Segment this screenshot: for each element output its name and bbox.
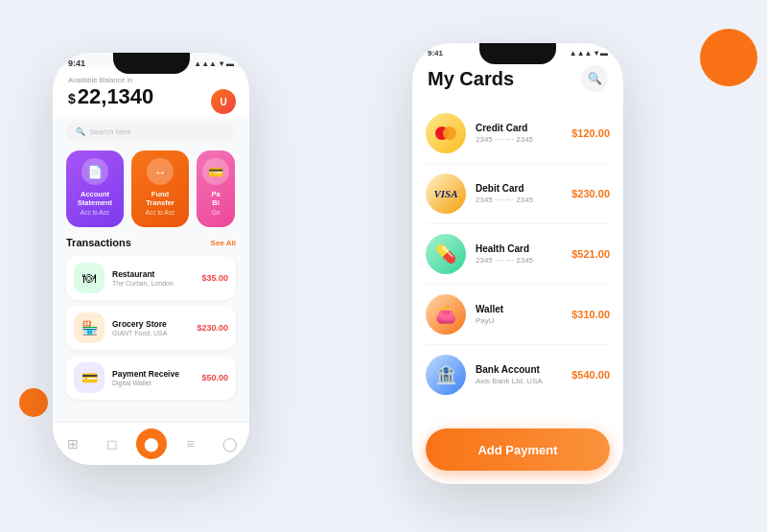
card-item-bank[interactable]: 🏦 Bank Account Axis Bank Ltd, USA $540.0… [426,345,610,405]
see-all-link[interactable]: See All [211,239,236,247]
wallet-icon: 👛 [435,304,456,325]
fund-transfer-icon: ↔ [147,158,174,185]
credit-card-number: 2345 ···· ···· 2345 [476,135,562,144]
payment-receive-sub: Digital Wallet [112,380,194,386]
nav-home[interactable]: ⊞ [58,428,88,459]
search-icon-right: 🔍 [588,72,602,85]
bank-number: Axis Bank Ltd, USA [476,377,562,385]
bank-name: Bank Account [476,364,562,375]
grocery-info: Grocery Store GIANT Food, USA [112,319,189,336]
grocery-amount: $230.00 [197,323,228,333]
health-card-info: Health Card 2345 ···· ···· 2345 [476,243,562,265]
bank-amount: $540.00 [571,369,610,381]
debit-card-name: Debit Card [476,183,562,194]
card-item-credit[interactable]: Credit Card 2345 ···· ···· 2345 $120.00 [426,104,610,164]
debit-card-amount: $230.00 [571,188,610,199]
health-card-amount: $521.00 [571,248,610,260]
status-time-right: 9:41 [428,49,443,58]
search-icon: 🔍 [76,127,85,136]
wifi-icon-right: ▾ [594,49,598,58]
transaction-grocery[interactable]: 🏪 Grocery Store GIANT Food, USA $230.00 [66,306,236,350]
action-account-statement[interactable]: 📄 Account Statement Acc to Acc [66,150,124,227]
wallet-name: Wallet [476,304,562,314]
transactions-header: Transactions See All [66,237,236,248]
battery-icon: ▬ [226,59,234,68]
bank-icon: 🏦 [435,364,456,385]
card-item-health[interactable]: 💊 Health Card 2345 ···· ···· 2345 $521.0… [426,224,610,285]
transactions-section: Transactions See All 🍽 Restaurant The Cu… [53,227,249,400]
health-card-number: 2345 ···· ···· 2345 [476,256,562,265]
cards-search-button[interactable]: 🔍 [581,65,608,92]
signal-icon: ▲▲▲ [194,59,217,68]
nav-dashboard[interactable]: ⬤ [136,428,167,459]
bank-logo: 🏦 [426,355,466,395]
phone-notch-right [479,43,556,64]
signal-icon-right: ▲▲▲ [569,49,593,58]
credit-card-name: Credit Card [476,123,562,133]
fund-transfer-sub: Acc to Acc [146,209,174,216]
my-cards-title: My Cards [428,68,514,90]
credit-card-info: Credit Card 2345 ···· ···· 2345 [476,123,562,144]
account-statement-icon: 📄 [81,158,108,185]
add-payment-button[interactable]: Add Payment [426,428,610,471]
pay-bill-sub: Go [212,209,221,216]
payment-receive-name: Payment Receive [112,369,194,379]
restaurant-amount: $35.00 [201,273,228,283]
nav-settings[interactable]: ≡ [175,428,206,459]
currency-symbol: $ [68,91,76,106]
add-payment-label: Add Payment [477,443,557,457]
wallet-amount: $310.00 [571,309,610,320]
transactions-title: Transactions [66,237,131,248]
status-icons-right: ▲▲▲ ▾ ▬ [569,49,608,58]
credit-card-logo [426,113,466,153]
grocery-name: Grocery Store [112,319,189,329]
restaurant-info: Restaurant The Curtain, London [112,269,194,287]
left-phone: 9:41 ▲▲▲ ▾ ▬ Available Balance in $ 22,1… [53,53,249,465]
avatar-initial: U [220,97,226,107]
search-bar[interactable]: 🔍 Search here [66,123,236,141]
nav-cards[interactable]: ◻ [97,428,128,459]
grocery-sub: GIANT Food, USA [112,330,189,336]
balance-amount: $ 22,1340 [68,84,234,109]
action-fund-transfer[interactable]: ↔ Fund Transfer Acc to Acc [131,150,189,227]
health-card-name: Health Card [476,243,562,254]
credit-card-amount: $120.00 [571,127,610,139]
card-item-wallet[interactable]: 👛 Wallet PayU $310.00 [426,285,610,345]
nav-profile[interactable]: ◯ [215,428,245,459]
visa-logo: VISA [433,188,457,199]
available-label: Available Balance in [68,76,234,84]
transaction-restaurant[interactable]: 🍽 Restaurant The Curtain, London $35.00 [66,256,236,300]
bg-decoration-orange-circle [700,29,757,86]
health-card-logo: 💊 [426,234,466,274]
debit-card-info: Debit Card 2345 ···· ···· 2345 [476,183,562,204]
payment-receive-icon: 💳 [74,362,105,393]
search-placeholder: Search here [89,127,131,136]
transaction-payment-receive[interactable]: 💳 Payment Receive Digital Wallet $50.00 [66,356,236,400]
restaurant-name: Restaurant [112,269,194,279]
wallet-info: Wallet PayU [476,304,562,325]
status-icons-left: ▲▲▲ ▾ ▬ [194,59,234,68]
wifi-icon: ▾ [220,59,223,68]
battery-icon-right: ▬ [600,49,608,58]
debit-card-number: 2345 ···· ···· 2345 [476,196,562,204]
mc-orange-circle [443,127,456,140]
status-time-left: 9:41 [68,58,85,68]
bank-info: Bank Account Axis Bank Ltd, USA [476,364,562,385]
balance-value: 22,1340 [78,84,154,109]
bg-decoration-orange-small [19,388,48,417]
debit-card-logo: VISA [426,173,466,214]
account-statement-sub: Acc to Acc [81,209,109,216]
grocery-icon: 🏪 [74,312,105,343]
restaurant-icon: 🍽 [74,263,105,293]
card-list: Credit Card 2345 ···· ···· 2345 $120.00 … [412,104,623,405]
action-pay-bill[interactable]: 💳 PaBi Go [197,150,235,227]
my-cards-header: My Cards 🔍 [412,58,623,104]
phone-notch [113,53,190,74]
quick-actions-row: 📄 Account Statement Acc to Acc ↔ Fund Tr… [53,150,249,227]
fund-transfer-title: Fund Transfer [137,190,183,207]
wallet-logo: 👛 [426,294,466,335]
user-avatar[interactable]: U [211,89,236,114]
account-statement-title: Account Statement [72,190,118,207]
health-icon: 💊 [435,243,456,265]
card-item-debit[interactable]: VISA Debit Card 2345 ···· ···· 2345 $230… [426,164,610,224]
